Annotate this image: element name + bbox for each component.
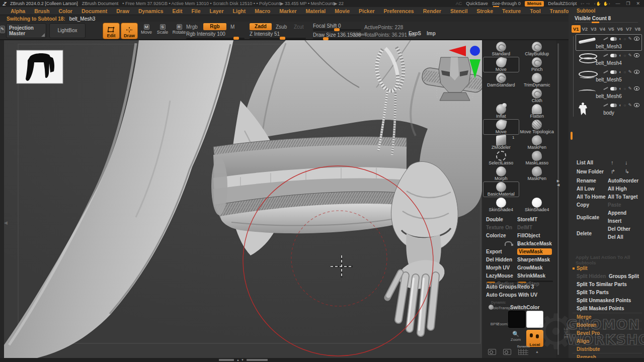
split-similar-button[interactable]: Split To Similar Parts	[573, 281, 642, 289]
rename-button[interactable]: Rename	[577, 177, 608, 185]
local-button[interactable]: Local	[526, 330, 543, 347]
panel-scroll-indicator[interactable]	[571, 132, 573, 140]
menu-item[interactable]: Edit	[168, 8, 187, 14]
shelf-button[interactable]: Colorize	[486, 232, 517, 239]
brush-slot[interactable]: Move	[483, 57, 519, 72]
projection-master-button[interactable]: Projection Master	[6, 23, 46, 38]
brush-slot[interactable]: Cloth	[519, 88, 555, 104]
delete-button[interactable]: Delete	[577, 225, 608, 241]
material-toggle-icon[interactable]: ○	[624, 103, 626, 108]
shelf-button[interactable]: StoreMT	[517, 216, 553, 223]
split-hidden-button[interactable]: Split Hidden	[577, 274, 606, 279]
shelf-button[interactable]: Export	[486, 248, 517, 255]
shelf-button[interactable]: LazyMouse	[486, 273, 517, 279]
merge-section-header[interactable]: Merge	[573, 313, 642, 321]
uv-toggle-icon[interactable]: ◐	[619, 37, 621, 41]
polypaint-toggle-icon[interactable]	[610, 87, 617, 90]
move-out-folder-icon[interactable]: ↱	[611, 168, 615, 175]
visibility-eye-icon[interactable]	[634, 53, 639, 57]
menu-item[interactable]: Stroke	[472, 8, 498, 14]
rgb-button[interactable]: Rgb	[203, 23, 226, 30]
all-high-button[interactable]: All High	[608, 185, 641, 193]
scale-button[interactable]: SScale	[155, 24, 170, 38]
brush-slot[interactable]: ZModeler 1	[483, 135, 519, 150]
exps-button[interactable]: ExpS	[409, 31, 421, 36]
edit-pen-icon[interactable]: ✎	[628, 70, 632, 74]
brush-slot[interactable]: Move	[483, 119, 519, 135]
shelf-button[interactable]: ShrinkMask	[517, 273, 553, 279]
subtool-row[interactable]: ◐ ○ ✎ belt_Mesh3	[576, 34, 642, 51]
move-button[interactable]: MMove	[139, 24, 154, 38]
list-all-button[interactable]: List All	[577, 160, 593, 165]
visibility-eye-icon[interactable]	[634, 103, 639, 107]
edit-pen-icon[interactable]: ✎	[628, 37, 632, 41]
brush-slot[interactable]: MaskPen	[519, 135, 555, 150]
edit-button[interactable]: Edit	[103, 23, 120, 39]
brush-slot[interactable]: MaskLasso	[519, 150, 555, 166]
polypaint-brush-icon[interactable]	[603, 104, 608, 107]
lightbox-button[interactable]: LightBox	[49, 23, 86, 38]
brush-slot[interactable]: Flatten	[519, 104, 555, 119]
menu-item[interactable]: Alpha	[6, 8, 30, 14]
menu-item[interactable]: Stencil	[446, 8, 472, 14]
brush-slot[interactable]: Move Topologica	[519, 119, 555, 135]
restore-icon[interactable]: ❐	[625, 1, 631, 6]
shelf-button[interactable]: Del Hidden	[486, 256, 517, 263]
mrgb-button[interactable]: Mrgb	[186, 24, 198, 30]
material-toggle-icon[interactable]: ○	[624, 53, 626, 58]
duplicate-button[interactable]: Duplicate	[577, 209, 608, 225]
split-unmasked-button[interactable]: Split Unmasked Points	[573, 297, 642, 305]
menu-item[interactable]: Picker	[354, 8, 379, 14]
zoom-button[interactable]: 🔍 Zoom	[508, 331, 523, 342]
menu-item[interactable]: Color	[54, 8, 77, 14]
menu-item[interactable]: Document	[77, 8, 112, 14]
polypaint-brush-icon[interactable]	[603, 37, 608, 40]
polypaint-brush-icon[interactable]	[603, 54, 608, 57]
brush-slot[interactable]: Standard	[483, 41, 519, 57]
boolean-section-header[interactable]: Boolean	[573, 321, 642, 329]
uv-toggle-icon[interactable]: ◐	[619, 103, 621, 108]
edit-pen-icon[interactable]: ✎	[628, 103, 632, 108]
polypaint-toggle-icon[interactable]	[610, 54, 617, 57]
shelf-button[interactable]: Morph UV	[486, 264, 517, 271]
brush-slot[interactable]: MaskPen	[519, 166, 555, 182]
visibility-tab[interactable]: V3	[589, 25, 598, 33]
left-tray-arrow-icon[interactable]: ◀	[4, 220, 8, 225]
menus-button[interactable]: Menus	[525, 1, 544, 7]
polypaint-toggle-icon[interactable]	[610, 104, 617, 107]
z-intensity-slider[interactable]	[250, 38, 306, 39]
copy-button[interactable]: Copy	[577, 201, 608, 209]
menu-item[interactable]: Layer	[205, 8, 228, 14]
imp-button[interactable]: Imp	[427, 31, 436, 36]
menu-item[interactable]: Macro	[250, 8, 275, 14]
del-other-button[interactable]: Del Other	[608, 225, 641, 233]
subtool-row[interactable]: ◐ ○ ✎ belt_Mesh5	[576, 67, 642, 84]
shelf-button[interactable]: Texture On	[486, 224, 517, 231]
rgb-intensity-slider[interactable]	[186, 38, 245, 39]
bevel-pro-section-header[interactable]: Bevel Pro	[573, 329, 642, 337]
shelf-button[interactable]: ViewMask	[517, 248, 552, 255]
move-down-icon[interactable]: ↓	[625, 159, 628, 165]
menu-item[interactable]: Texture	[498, 8, 525, 14]
menu-item[interactable]: Movie	[330, 8, 354, 14]
canvas-hscroll-left[interactable]	[219, 359, 234, 361]
edit-pen-icon[interactable]: ✎	[628, 53, 632, 58]
shelf-button[interactable]: LazyStep	[517, 281, 553, 282]
see-through-slider[interactable]: See-through 0	[492, 1, 521, 6]
shelf-divider[interactable]: ▶◀	[556, 40, 560, 358]
shelf-button[interactable]: Auto Groups With UV	[486, 292, 553, 298]
all-to-target-button[interactable]: All To Target	[608, 193, 641, 201]
all-to-home-button[interactable]: All To Home	[577, 193, 608, 201]
zoom-actual-icon[interactable]	[503, 349, 511, 355]
polypaint-brush-icon[interactable]	[603, 70, 608, 73]
rgb-intensity-slider-label[interactable]: Rgb Intensity 100	[186, 31, 225, 37]
menu-item[interactable]: Tool	[525, 8, 545, 14]
subtool-row[interactable]: ◐ ○ ✎ body	[576, 101, 642, 117]
shelf-button[interactable]: GrowMask	[517, 264, 553, 271]
visibility-eye-icon[interactable]	[634, 86, 639, 90]
distribute-section-header[interactable]: Distribute	[573, 345, 642, 353]
menu-item[interactable]: Preferences	[379, 8, 419, 14]
visibility-eye-icon[interactable]	[634, 70, 639, 74]
rotate-button[interactable]: RRotate	[172, 24, 187, 38]
uv-toggle-icon[interactable]: ◐	[619, 86, 621, 91]
